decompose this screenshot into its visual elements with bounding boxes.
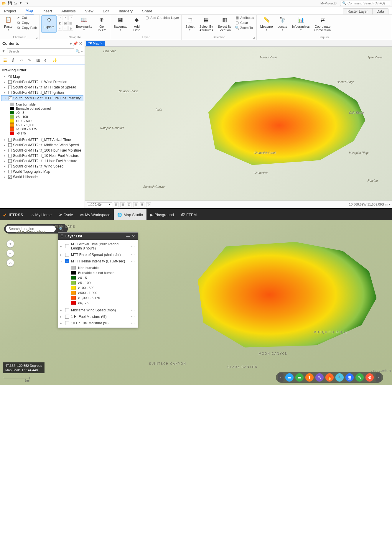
chevron-down-icon[interactable]: ▾ (388, 203, 390, 206)
undo-icon[interactable]: ↶ (19, 1, 24, 5)
more-options-icon[interactable]: ⋯ (131, 315, 135, 319)
layer-node[interactable]: ▸SouthForkMTT2.tif_100 Hour Fuel Moistur… (1, 148, 83, 153)
basemap-button[interactable]: ▦Basemap▾ (112, 15, 129, 32)
map-tool-button[interactable]: ⬆ (305, 373, 314, 382)
dialog-launcher-icon[interactable]: ◢ (35, 36, 37, 39)
context-tab-data[interactable]: Data (372, 8, 388, 14)
tab-insert[interactable]: Insert (42, 8, 53, 14)
attributes-button[interactable]: ▦Attributes (234, 15, 254, 20)
layer-checkbox[interactable] (9, 96, 12, 100)
minimize-icon[interactable]: — (126, 234, 130, 239)
search-icon[interactable]: 🔍 (75, 49, 80, 53)
redo-icon[interactable]: ↷ (25, 1, 29, 5)
expand-icon[interactable]: ▸ (60, 322, 63, 325)
layer-checkbox[interactable] (65, 253, 69, 257)
layer-list-row[interactable]: ▸Midflame Wind Speed (mph)⋯ (58, 307, 138, 313)
layer-node[interactable]: ▾SouthForkMTT2.tif_MTT Fire Line Intensi… (1, 95, 83, 101)
command-search[interactable]: 🔍 Command Search (Alt+Q) (340, 1, 390, 6)
status-tool-icon[interactable]: ⊡ (127, 202, 131, 207)
collapse-icon[interactable]: ▾ (4, 97, 7, 100)
scale-selector[interactable]: 1:109,404▾ (87, 202, 112, 207)
layer-node[interactable]: ▸SouthForkMTT2.tif_Wind Direction (1, 79, 83, 85)
layer-checkbox[interactable] (65, 244, 69, 248)
layer-checkbox[interactable] (8, 86, 12, 89)
layer-checkbox[interactable] (8, 143, 12, 147)
map-tool-button[interactable]: 🔧 (335, 373, 344, 382)
layer-node[interactable]: ▸SouthForkMTT2.tif_10 Hour Fuel Moisture (1, 153, 83, 158)
layer-checkbox[interactable] (8, 149, 12, 152)
expand-icon[interactable]: ▸ (60, 309, 63, 312)
layer-list-row[interactable]: ▸10 Hr Fuel Moisture (%)⋯ (58, 320, 138, 326)
copy-button[interactable]: ⧉Copy (16, 20, 37, 25)
tab-project[interactable]: Project (4, 8, 17, 14)
goto-xy-button[interactable]: ⊕ Go To XY (95, 15, 108, 32)
layer-checkbox[interactable] (8, 165, 12, 168)
zoom-to-button[interactable]: 🔍Zoom To (234, 25, 254, 30)
select-by-attributes-button[interactable]: ▤Select By Attributes (197, 15, 215, 32)
scroll-right-icon[interactable]: › (375, 373, 381, 382)
layer-list-row[interactable]: ▸MTT Arrival Time (Burn Period Length 8 … (58, 241, 138, 252)
more-options-icon[interactable]: ⋯ (131, 259, 135, 263)
map-tool-button[interactable]: 🔥 (325, 373, 334, 382)
expand-icon[interactable]: ▸ (4, 144, 7, 147)
status-pause-icon[interactable]: ⏸ (140, 202, 144, 207)
brand[interactable]: ➶IFTDSS (3, 212, 26, 218)
layer-checkbox[interactable] (8, 159, 12, 163)
map-node[interactable]: ▾🗺Map (1, 74, 83, 79)
layer-checkbox[interactable] (65, 308, 69, 312)
measure-button[interactable]: 📏Measure▾ (258, 15, 275, 32)
layer-checkbox[interactable] (8, 80, 12, 84)
list-by-drawing-order-icon[interactable]: ☷ (2, 58, 8, 63)
nav-map-studio[interactable]: 🌐Map Studio (114, 209, 146, 220)
explore-button[interactable]: ✥ Explore▾ (41, 15, 56, 33)
expand-icon[interactable]: ▸ (60, 253, 63, 256)
layer-node[interactable]: ▸SouthForkMTT2.tif_MTT Ignition (1, 90, 83, 95)
nav-ftem[interactable]: 🗊FTEM (177, 209, 200, 220)
pin-icon[interactable]: 📌 (73, 41, 78, 46)
nav-history-grid[interactable]: ⤺•⤻◐▣▦←→⊕ (58, 15, 73, 31)
contents-search-input[interactable] (7, 48, 74, 54)
tab-imagery[interactable]: Imagery (118, 8, 133, 14)
bookmarks-button[interactable]: 📖 Bookmarks▾ (74, 15, 94, 32)
locate-button[interactable]: 🔭Locate▾ (276, 15, 289, 32)
expand-icon[interactable]: ▸ (60, 245, 63, 248)
save-all-icon[interactable]: 🗂 (14, 1, 18, 5)
expand-icon[interactable]: ▸ (4, 175, 7, 178)
layer-node[interactable]: ▸SouthForkMTT2.tif_MTT Rate of Spread (1, 85, 83, 90)
collapse-icon[interactable]: ▾ (60, 260, 63, 263)
map-tool-button[interactable]: ☰ (295, 373, 304, 382)
add-data-button[interactable]: ◆Add Data (130, 15, 143, 32)
more-options-icon[interactable]: ⋯ (131, 253, 135, 257)
tab-map[interactable]: Map (25, 7, 33, 14)
list-by-snapping-icon[interactable]: ▦ (35, 58, 41, 63)
expand-icon[interactable]: ▸ (4, 165, 7, 168)
list-by-editing-icon[interactable]: ✎ (27, 58, 32, 63)
nav-my-workspace[interactable]: ▭My Workspace (77, 209, 114, 220)
context-tab-raster-layer[interactable]: Raster Layer (343, 8, 372, 14)
open-project-icon[interactable]: 📂 (2, 1, 6, 5)
save-icon[interactable]: 💾 (8, 1, 12, 5)
list-by-labeling-icon[interactable]: 🏷 (44, 58, 49, 63)
filter-icon[interactable]: ⧩ (2, 49, 6, 53)
expand-icon[interactable]: ▸ (4, 138, 7, 141)
layer-checkbox[interactable] (65, 321, 69, 325)
layer-checkbox[interactable] (65, 315, 69, 319)
map-canvas[interactable]: Fish LakeMiners RidgeTyee RidgeHornet Ri… (85, 47, 392, 201)
map-tool-button[interactable]: ⚙ (365, 373, 374, 382)
autohide-icon[interactable]: ▾ (70, 41, 72, 46)
dialog-launcher-icon[interactable]: ◢ (253, 36, 255, 39)
layer-node[interactable]: ▸World Hillshade (1, 174, 83, 180)
status-tool-icon[interactable]: ▦ (120, 202, 125, 207)
layer-node[interactable]: ▸SouthForkMTT2.tif_MTT Arrival Time (1, 137, 83, 142)
close-icon[interactable]: ✕ (100, 42, 103, 45)
map-tool-button[interactable]: ✎ (355, 373, 364, 382)
layer-node[interactable]: ▸World Topographic Map (1, 169, 83, 174)
more-options-icon[interactable]: ⋯ (131, 308, 135, 312)
map-tab[interactable]: 🗺Map✕ (86, 41, 105, 46)
list-by-selection-icon[interactable]: ▱ (19, 58, 24, 63)
layer-node[interactable]: ▸SouthForkMTT2.tif_Wind Speed (1, 164, 83, 169)
expand-icon[interactable]: ▸ (4, 86, 7, 89)
tab-view[interactable]: View (85, 8, 94, 14)
status-refresh-icon[interactable]: ↻ (146, 202, 151, 207)
layer-node[interactable]: ▸SouthForkMTT2.tif_Midflame Wind Speed (1, 142, 83, 148)
